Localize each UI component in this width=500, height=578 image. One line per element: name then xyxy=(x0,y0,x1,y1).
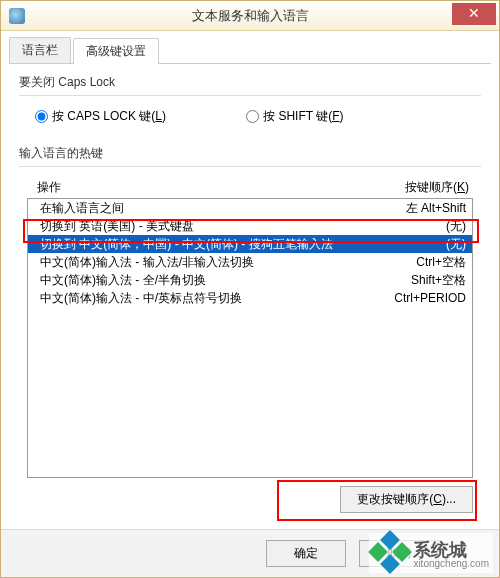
row-operation: 切换到 英语(美国) - 美式键盘 xyxy=(40,218,194,234)
row-operation: 在输入语言之间 xyxy=(40,200,124,216)
row-keysequence: Ctrl+PERIOD xyxy=(394,290,466,306)
hotkey-list[interactable]: 在输入语言之间左 Alt+Shift切换到 英语(美国) - 美式键盘(无)切换… xyxy=(27,198,473,478)
radio-shift-key[interactable]: 按 SHIFT 键(F) xyxy=(246,108,343,125)
row-operation: 中文(简体)输入法 - 中/英标点符号切换 xyxy=(40,290,242,306)
tab-language-bar[interactable]: 语言栏 xyxy=(9,37,71,63)
row-keysequence: 左 Alt+Shift xyxy=(406,200,466,216)
row-operation: 中文(简体)输入法 - 输入法/非输入法切换 xyxy=(40,254,254,270)
list-row[interactable]: 在输入语言之间左 Alt+Shift xyxy=(28,199,472,217)
radio-shift-label: 按 SHIFT 键(F) xyxy=(263,108,343,125)
col-operation: 操作 xyxy=(37,179,61,196)
list-row[interactable]: 切换到 英语(美国) - 美式键盘(无) xyxy=(28,217,472,235)
row-keysequence: (无) xyxy=(446,218,466,234)
list-row[interactable]: 中文(简体)输入法 - 输入法/非输入法切换Ctrl+空格 xyxy=(28,253,472,271)
group-hotkeys: 输入语言的热键 操作 按键顺序(K) 在输入语言之间左 Alt+Shift切换到… xyxy=(19,145,481,517)
radio-capslock-input[interactable] xyxy=(35,110,48,123)
watermark-subtext: xitongcheng.com xyxy=(413,558,489,569)
row-operation: 切换到 中文(简体，中国) - 中文(简体) - 搜狗五笔输入法 xyxy=(40,236,333,252)
change-key-sequence-button[interactable]: 更改按键顺序(C)... xyxy=(340,486,473,513)
titlebar: 文本服务和输入语言 ✕ xyxy=(1,1,499,31)
row-keysequence: Shift+空格 xyxy=(411,272,466,288)
group-hotkeys-label: 输入语言的热键 xyxy=(19,145,481,162)
list-header: 操作 按键顺序(K) xyxy=(27,179,473,196)
content-area: 要关闭 Caps Lock 按 CAPS LOCK 键(L) 按 SHIFT 键… xyxy=(1,64,499,539)
radio-capslock-key[interactable]: 按 CAPS LOCK 键(L) xyxy=(35,108,166,125)
watermark: 系统城 xitongcheng.com xyxy=(369,533,493,573)
radio-capslock-label: 按 CAPS LOCK 键(L) xyxy=(52,108,166,125)
col-keysequence: 按键顺序(K) xyxy=(405,179,469,196)
window-title: 文本服务和输入语言 xyxy=(1,7,499,25)
list-row[interactable]: 中文(简体)输入法 - 中/英标点符号切换Ctrl+PERIOD xyxy=(28,289,472,307)
row-keysequence: Ctrl+空格 xyxy=(416,254,466,270)
tab-advanced-keys[interactable]: 高级键设置 xyxy=(73,38,159,64)
watermark-logo-icon xyxy=(373,535,409,571)
group-capslock-label: 要关闭 Caps Lock xyxy=(19,74,481,91)
group-capslock: 要关闭 Caps Lock 按 CAPS LOCK 键(L) 按 SHIFT 键… xyxy=(19,74,481,133)
row-operation: 中文(简体)输入法 - 全/半角切换 xyxy=(40,272,206,288)
ok-button[interactable]: 确定 xyxy=(266,540,346,567)
close-button[interactable]: ✕ xyxy=(452,3,496,25)
row-keysequence: (无) xyxy=(446,236,466,252)
list-row[interactable]: 中文(简体)输入法 - 全/半角切换Shift+空格 xyxy=(28,271,472,289)
dialog-window: 文本服务和输入语言 ✕ 语言栏 高级键设置 要关闭 Caps Lock 按 CA… xyxy=(0,0,500,578)
list-row[interactable]: 切换到 中文(简体，中国) - 中文(简体) - 搜狗五笔输入法(无) xyxy=(28,235,472,253)
tab-strip: 语言栏 高级键设置 xyxy=(9,37,491,64)
radio-shift-input[interactable] xyxy=(246,110,259,123)
